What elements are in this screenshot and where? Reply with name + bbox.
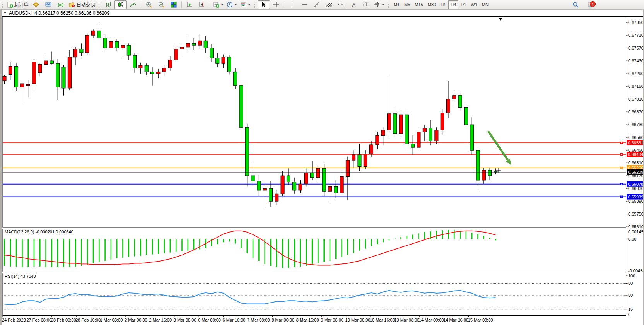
svg-text:E: E (330, 5, 332, 7)
candle-up (364, 154, 367, 167)
price-axis-label: 0.67430 (628, 58, 643, 63)
periods-button[interactable]: ▼ (225, 0, 239, 9)
candle-up (304, 173, 308, 184)
candle-down (56, 63, 60, 87)
time-axis-label: 8 Mar 00:00 (272, 318, 294, 322)
price-axis-label: 0.67710 (628, 33, 643, 38)
svg-text:0.65939: 0.65939 (628, 195, 643, 199)
time-axis-label: 24 Feb 2023 (2, 318, 26, 322)
candle-down (405, 115, 408, 144)
toolbar-drag-handle[interactable] (2, 2, 4, 8)
templates-button[interactable]: ▼ (239, 0, 252, 9)
channel-button[interactable]: E (323, 0, 335, 9)
tab-timeframe-d1[interactable]: D1 (458, 0, 468, 9)
text-button[interactable]: A (348, 0, 360, 9)
indicators-button[interactable]: ▼ (212, 0, 225, 9)
candle-up (68, 57, 71, 88)
tab-timeframe-h4[interactable]: H4 (448, 0, 458, 9)
cursor-icon (261, 2, 266, 8)
auto-scroll-icon (186, 2, 193, 8)
time-axis-label: 14 Mar 16:00 (443, 318, 468, 322)
signal-button[interactable] (55, 0, 67, 9)
chart-dropdown-icon[interactable]: ▼ (3, 11, 7, 15)
candle-up (198, 41, 202, 45)
line-chart-button[interactable] (127, 0, 139, 9)
zoom-in-button[interactable] (143, 0, 155, 9)
fibonacci-icon: F (338, 2, 345, 8)
time-axis-label: 10 Mar 00:00 (345, 318, 371, 322)
candle-up (376, 135, 379, 145)
market-watch-button[interactable] (30, 0, 42, 9)
time-axis-label: 8 Mar 16:00 (296, 318, 319, 322)
candle-down (127, 45, 130, 55)
candle-down (15, 66, 18, 87)
svg-text:0.66531: 0.66531 (628, 140, 643, 145)
tile-windows-button[interactable] (167, 0, 180, 9)
time-axis-label: 6 Mar 16:00 (223, 318, 246, 322)
autotrade-label: 自动交易 (77, 2, 95, 8)
autotrade-button[interactable]: 自动交易 (67, 0, 97, 9)
bar-chart-button[interactable] (102, 0, 114, 9)
vertical-line-button[interactable] (286, 0, 298, 9)
candle-up (180, 47, 184, 49)
crosshair-button[interactable] (270, 0, 282, 9)
dropdown-arrow-icon[interactable]: ▼ (248, 3, 251, 6)
zoom-out-button[interactable] (155, 0, 167, 9)
candle-up (44, 61, 48, 64)
toolbar-drag-handle[interactable] (388, 2, 390, 8)
candle-down (234, 72, 237, 85)
vertical-line-icon (290, 2, 294, 8)
candle-up (186, 43, 190, 47)
candle-down (204, 41, 207, 48)
candle-up (275, 194, 278, 201)
dropdown-arrow-icon[interactable]: ▼ (382, 3, 384, 6)
tab-timeframe-m15[interactable]: M15 (412, 0, 425, 9)
toolbar-drag-handle[interactable] (99, 2, 101, 8)
tab-timeframe-w1[interactable]: W1 (468, 0, 480, 9)
notifications-button[interactable]: 1 (585, 0, 597, 9)
shapes-button[interactable]: ▼ (372, 0, 386, 9)
rsi-axis-label: 100 (628, 274, 635, 278)
tab-timeframe-m30[interactable]: M30 (425, 0, 438, 9)
cursor-button[interactable] (258, 0, 270, 9)
svg-text:0.66209: 0.66209 (628, 170, 643, 174)
notification-badge[interactable]: 1 (590, 1, 596, 7)
tile-windows-icon (171, 2, 177, 8)
candle-up (26, 84, 30, 85)
terminal-button[interactable] (42, 0, 55, 9)
candle-down (470, 125, 474, 150)
candlestick-chart-button[interactable] (114, 0, 127, 9)
dropdown-arrow-icon[interactable]: ▼ (234, 3, 237, 6)
chart-canvas[interactable]: 0.678500.677100.675700.674300.672900.671… (2, 9, 643, 325)
candle-up (157, 72, 160, 74)
chart-title-bar[interactable]: ▼ AUDUSD-,H4 0.66217 0.66250 0.66186 0.6… (2, 10, 643, 17)
candle-up (38, 65, 42, 73)
dropdown-arrow-icon[interactable]: ▼ (221, 3, 224, 6)
auto-scroll-button[interactable] (183, 0, 196, 9)
chart-shift-button[interactable] (196, 0, 208, 9)
candle-down (458, 96, 462, 108)
candle-up (453, 96, 456, 99)
candle-up (435, 130, 438, 141)
candle-up (263, 188, 266, 190)
candle-up (9, 66, 12, 74)
candle-up (328, 186, 332, 191)
search-button[interactable] (569, 0, 582, 9)
terminal-icon (45, 2, 52, 8)
candle-up (352, 155, 355, 160)
new-order-button[interactable]: 新订单 (5, 0, 30, 9)
candle-up (92, 31, 95, 35)
toolbar-drag-handle[interactable] (254, 2, 256, 8)
candle-down (151, 72, 154, 74)
fibonacci-button[interactable]: F (335, 0, 348, 9)
tab-timeframe-m5[interactable]: M5 (402, 0, 412, 9)
price-axis-label: 0.66030 (628, 186, 643, 191)
indicators-icon (213, 2, 219, 8)
horizontal-line-button[interactable] (298, 0, 311, 9)
tab-timeframe-m1[interactable]: M1 (391, 0, 402, 9)
candle-down (429, 128, 432, 141)
tab-timeframe-h1[interactable]: H1 (438, 0, 448, 9)
tab-timeframe-mn[interactable]: MN (480, 0, 491, 9)
trendline-button[interactable] (311, 0, 323, 9)
text-label-button[interactable]: T (360, 0, 372, 9)
